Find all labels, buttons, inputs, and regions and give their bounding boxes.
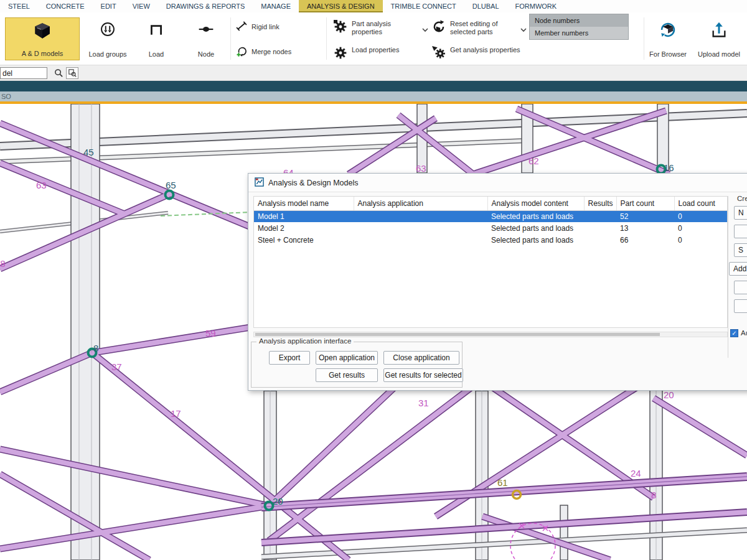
column-header-load-count[interactable]: Load count xyxy=(674,197,727,210)
for-browser-label: For Browser xyxy=(649,50,687,58)
load-properties-label: Load properties xyxy=(352,46,420,54)
table-header-row: Analysis model name Analysis application… xyxy=(254,197,727,210)
numbers-dropdown-menu: Node numbers Member numbers xyxy=(529,14,629,40)
side-button-s[interactable]: S xyxy=(734,243,747,257)
reset-editing-button[interactable]: Reset editing of selected parts xyxy=(432,20,507,36)
member-number-label: 59 xyxy=(205,328,216,338)
browser-cube-icon xyxy=(659,21,677,40)
quick-launch-input[interactable] xyxy=(0,67,47,79)
node-icon xyxy=(198,21,214,39)
get-results-button[interactable]: Get results xyxy=(316,368,378,382)
rigid-link-label: Rigid link xyxy=(251,23,280,30)
search-model-icon[interactable] xyxy=(66,67,78,79)
view-name-label: SO xyxy=(1,93,11,100)
upload-icon xyxy=(710,21,728,40)
part-analysis-properties-label: Part analysis properties xyxy=(352,20,409,36)
export-button[interactable]: Export xyxy=(269,351,310,365)
auto-checkbox-label: Au xyxy=(741,329,747,337)
analysis-application-interface-group: Analysis application interface Export Op… xyxy=(251,342,463,388)
merge-nodes-button[interactable]: Merge nodes xyxy=(235,45,291,58)
tab-concrete[interactable]: CONCRETE xyxy=(38,0,93,12)
gear-icon xyxy=(334,46,347,62)
tab-analysis-design[interactable]: ANALYSIS & DESIGN xyxy=(299,0,383,12)
tab-manage[interactable]: MANAGE xyxy=(253,0,299,12)
upload-model-button[interactable]: Upload model xyxy=(695,17,743,60)
load-properties-button[interactable]: Load properties xyxy=(334,46,420,62)
open-application-button[interactable]: Open application xyxy=(316,351,378,365)
create-group-label: Cre xyxy=(737,195,747,202)
tab-view[interactable]: VIEW xyxy=(125,0,158,12)
member-number-label: 24 xyxy=(631,468,641,478)
table-row-model-1[interactable]: Model 1 Selected parts and loads 520 xyxy=(254,210,727,222)
table-horizontal-scrollbar[interactable] xyxy=(253,332,728,337)
scrollbar-thumb[interactable] xyxy=(255,333,660,336)
load-button[interactable]: Load xyxy=(139,17,173,60)
for-browser-button[interactable]: For Browser xyxy=(647,17,688,60)
get-results-selected-button[interactable]: Get results for selected xyxy=(383,368,463,382)
column-header-results[interactable]: Results xyxy=(584,197,616,210)
part-analysis-properties-button[interactable]: Part analysis properties xyxy=(334,20,409,36)
load-groups-icon xyxy=(100,21,116,39)
dialog-title: Analysis & Design Models xyxy=(268,179,359,187)
side-button[interactable] xyxy=(734,225,747,238)
side-button[interactable] xyxy=(734,281,747,294)
menu-item-member-numbers[interactable]: Member numbers xyxy=(530,27,628,39)
node-label: Node xyxy=(198,50,214,58)
member-number-label: 31 xyxy=(418,398,429,408)
get-analysis-properties-label: Get analysis properties xyxy=(450,46,525,54)
active-view-border xyxy=(0,101,747,104)
add-button[interactable]: Add xyxy=(729,262,747,276)
rigid-link-button[interactable]: Rigid link xyxy=(235,20,280,34)
groupbox-title: Analysis application interface xyxy=(256,337,354,345)
ribbon-separator xyxy=(644,17,644,60)
tab-trimble-connect[interactable]: TRIMBLE CONNECT xyxy=(383,0,464,12)
column-header-part-count[interactable]: Part count xyxy=(616,197,674,210)
merge-nodes-label: Merge nodes xyxy=(251,48,291,55)
node-number-label: 16 xyxy=(664,162,674,173)
side-button[interactable] xyxy=(734,299,747,313)
tab-steel[interactable]: STEEL xyxy=(0,0,38,12)
tab-dlubal[interactable]: DLUBAL xyxy=(464,0,507,12)
member-number-label: 20 xyxy=(664,390,674,400)
view-title-bar xyxy=(0,81,747,91)
search-icon[interactable] xyxy=(52,67,65,79)
node-number-label: 45 xyxy=(83,147,94,157)
load-label: Load xyxy=(149,50,164,58)
member-number-label: 17 xyxy=(171,408,181,419)
cube-icon xyxy=(33,22,52,42)
ad-models-label: A & D models xyxy=(22,50,63,57)
chevron-down-icon[interactable] xyxy=(520,24,527,35)
close-application-button[interactable]: Close application xyxy=(383,351,459,365)
gear-arrow-icon xyxy=(432,46,446,62)
load-groups-button[interactable]: Load groups xyxy=(83,17,132,60)
load-icon xyxy=(148,21,164,39)
column-header-content[interactable]: Analysis model content xyxy=(487,197,584,210)
load-groups-label: Load groups xyxy=(88,50,126,58)
tab-formwork[interactable]: FORMWORK xyxy=(507,0,565,12)
member-number-label: 62 xyxy=(529,156,539,166)
tab-edit[interactable]: EDIT xyxy=(93,0,125,12)
dialog-side-separator xyxy=(728,196,728,358)
new-button[interactable]: N xyxy=(734,206,747,220)
ribbon-separator xyxy=(326,17,327,60)
ad-models-button[interactable]: A & D models xyxy=(5,17,80,60)
node-number-label: 65 xyxy=(166,180,176,190)
menu-item-node-numbers[interactable]: Node numbers xyxy=(530,14,628,27)
table-row-steel-concrete[interactable]: Steel + Concrete Selected parts and load… xyxy=(254,234,727,246)
auto-checkbox[interactable]: ✓ xyxy=(730,329,738,337)
chevron-down-icon[interactable] xyxy=(422,24,428,35)
rigid-link-icon xyxy=(235,20,248,34)
node-button[interactable]: Node xyxy=(188,17,224,60)
reset-arrow-icon xyxy=(432,20,446,35)
member-number-label: 37 xyxy=(111,362,122,372)
column-header-model-name[interactable]: Analysis model name xyxy=(254,197,354,210)
column-header-application[interactable]: Analysis application xyxy=(354,197,487,210)
ribbon-tab-bar: STEEL CONCRETE EDIT VIEW DRAWINGS & REPO… xyxy=(0,0,747,12)
merge-nodes-icon xyxy=(235,45,248,58)
tab-drawings-reports[interactable]: DRAWINGS & REPORTS xyxy=(158,0,253,12)
member-number-label: 63 xyxy=(36,180,47,190)
member-number-label: 8 xyxy=(651,490,656,500)
dialog-title-bar[interactable]: Analysis & Design Models xyxy=(248,174,747,192)
get-analysis-properties-button[interactable]: Get analysis properties xyxy=(432,46,525,62)
table-row-model-2[interactable]: Model 2 Selected parts and loads 130 xyxy=(254,222,727,234)
